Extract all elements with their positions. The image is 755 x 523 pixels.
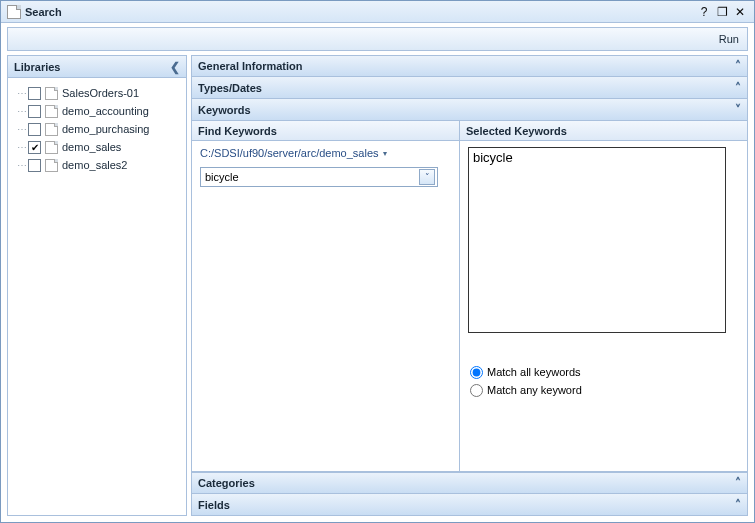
chevron-up-icon: ˄ <box>735 476 741 490</box>
section-types[interactable]: Types/Dates ˄ <box>191 77 748 99</box>
section-general-label: General Information <box>198 60 303 72</box>
body: Libraries ❮ ⋯SalesOrders-01⋯demo_account… <box>1 55 754 522</box>
section-categories-label: Categories <box>198 477 255 489</box>
libraries-tree: ⋯SalesOrders-01⋯demo_accounting⋯demo_pur… <box>8 78 186 515</box>
keyword-combobox[interactable]: ˅ <box>200 167 438 187</box>
library-item[interactable]: ⋯✔demo_sales <box>12 138 182 156</box>
title-bar: Search ? ❐ ✕ <box>1 1 754 23</box>
dropdown-icon: ▾ <box>383 149 387 158</box>
selected-keywords-header: Selected Keywords <box>460 121 747 141</box>
section-keywords-label: Keywords <box>198 104 251 116</box>
match-any-label: Match any keyword <box>487 384 582 396</box>
restore-button[interactable]: ❐ <box>714 5 730 19</box>
library-label: SalesOrders-01 <box>62 87 139 99</box>
library-checkbox[interactable] <box>28 159 41 172</box>
section-types-label: Types/Dates <box>198 82 262 94</box>
chevron-down-icon: ˅ <box>735 103 741 117</box>
section-fields[interactable]: Fields ˄ <box>191 494 748 516</box>
library-item[interactable]: ⋯demo_purchasing <box>12 120 182 138</box>
close-button[interactable]: ✕ <box>732 5 748 19</box>
find-keywords-body: C:/SDSI/uf90/server/arc/demo_sales ▾ ˅ <box>192 141 459 471</box>
find-keywords-label: Find Keywords <box>198 125 277 137</box>
right-pane: General Information ˄ Types/Dates ˄ Keyw… <box>191 55 748 516</box>
path-text: C:/SDSI/uf90/server/arc/demo_sales <box>200 147 379 159</box>
tree-connector-icon: ⋯ <box>16 142 26 153</box>
library-item[interactable]: ⋯demo_sales2 <box>12 156 182 174</box>
match-any-option[interactable]: Match any keyword <box>470 381 739 399</box>
section-general[interactable]: General Information ˄ <box>191 55 748 77</box>
combobox-dropdown-button[interactable]: ˅ <box>419 169 435 185</box>
selected-keywords-body: Match all keywords Match any keyword <box>460 141 747 471</box>
tree-connector-icon: ⋯ <box>16 106 26 117</box>
library-item[interactable]: ⋯SalesOrders-01 <box>12 84 182 102</box>
match-all-option[interactable]: Match all keywords <box>470 363 739 381</box>
find-keywords-header: Find Keywords <box>192 121 459 141</box>
help-button[interactable]: ? <box>696 5 712 19</box>
tree-connector-icon: ⋯ <box>16 160 26 171</box>
selected-keywords-label: Selected Keywords <box>466 125 567 137</box>
libraries-title: Libraries <box>14 61 60 73</box>
chevron-up-icon: ˄ <box>735 498 741 512</box>
tree-connector-icon: ⋯ <box>16 88 26 99</box>
chevron-up-icon: ˄ <box>735 81 741 95</box>
match-all-radio[interactable] <box>470 366 483 379</box>
file-icon <box>45 159 58 172</box>
path-dropdown[interactable]: C:/SDSI/uf90/server/arc/demo_sales ▾ <box>200 147 387 159</box>
window-title: Search <box>25 6 62 18</box>
chevron-up-icon: ˄ <box>735 59 741 73</box>
tree-connector-icon: ⋯ <box>16 124 26 135</box>
library-checkbox[interactable] <box>28 123 41 136</box>
file-icon <box>45 105 58 118</box>
section-fields-label: Fields <box>198 499 230 511</box>
libraries-panel: Libraries ❮ ⋯SalesOrders-01⋯demo_account… <box>7 55 187 516</box>
section-keywords[interactable]: Keywords ˅ <box>191 99 748 121</box>
library-checkbox[interactable] <box>28 87 41 100</box>
file-icon <box>45 123 58 136</box>
library-label: demo_sales2 <box>62 159 127 171</box>
libraries-header[interactable]: Libraries ❮ <box>8 56 186 78</box>
match-all-label: Match all keywords <box>487 366 581 378</box>
match-mode-group: Match all keywords Match any keyword <box>468 363 739 399</box>
collapse-left-icon[interactable]: ❮ <box>170 60 180 74</box>
library-label: demo_accounting <box>62 105 149 117</box>
toolbar: Run <box>7 27 748 51</box>
library-checkbox[interactable]: ✔ <box>28 141 41 154</box>
selected-keywords-textarea[interactable] <box>468 147 726 333</box>
search-window: Search ? ❐ ✕ Run Libraries ❮ ⋯SalesOrder… <box>0 0 755 523</box>
keywords-body: Find Keywords C:/SDSI/uf90/server/arc/de… <box>191 121 748 472</box>
library-label: demo_sales <box>62 141 121 153</box>
find-keywords-column: Find Keywords C:/SDSI/uf90/server/arc/de… <box>192 121 460 471</box>
file-icon <box>45 87 58 100</box>
keyword-input[interactable] <box>205 169 419 185</box>
window-icon <box>7 5 21 19</box>
run-button[interactable]: Run <box>719 33 739 45</box>
library-item[interactable]: ⋯demo_accounting <box>12 102 182 120</box>
library-label: demo_purchasing <box>62 123 149 135</box>
file-icon <box>45 141 58 154</box>
section-categories[interactable]: Categories ˄ <box>191 472 748 494</box>
library-checkbox[interactable] <box>28 105 41 118</box>
selected-keywords-column: Selected Keywords Match all keywords Mat… <box>460 121 747 471</box>
match-any-radio[interactable] <box>470 384 483 397</box>
